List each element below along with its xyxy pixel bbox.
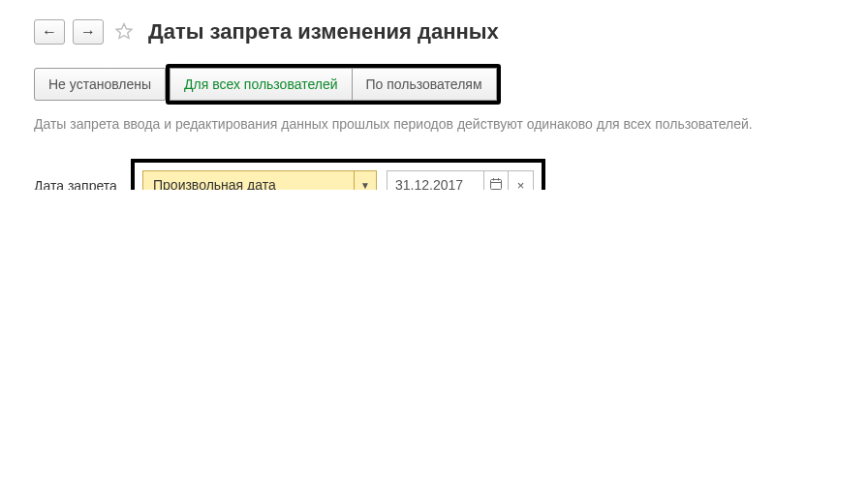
calendar-button[interactable]: [483, 170, 509, 190]
ban-date-input[interactable]: [387, 170, 483, 190]
tab-all-users[interactable]: Для всех пользователей: [170, 68, 352, 101]
date-ban-label: Дата запрета: [34, 178, 117, 190]
chevron-down-icon: ▼: [360, 180, 370, 191]
back-button[interactable]: ←: [34, 19, 65, 45]
close-icon: ×: [517, 178, 525, 191]
ban-mode-input[interactable]: [142, 170, 354, 190]
tabs-highlight-frame: Для всех пользователей По пользователям: [166, 64, 500, 105]
calendar-icon: [489, 177, 503, 191]
ban-mode-combo[interactable]: ▼: [142, 170, 377, 190]
tab-by-users[interactable]: По пользователям: [353, 68, 497, 101]
date-controls-highlight-frame: ▼ × Не установленаПроизвольная датаКонец…: [131, 159, 545, 190]
svg-rect-0: [491, 179, 502, 189]
description-text: Даты запрета ввода и редактирования данн…: [34, 116, 834, 132]
arrow-right-icon: →: [80, 23, 96, 41]
tab-not-set[interactable]: Не установлены: [34, 68, 166, 101]
ban-mode-dropdown-button[interactable]: ▼: [354, 170, 377, 190]
favorite-star-icon[interactable]: [113, 21, 135, 43]
clear-date-button[interactable]: ×: [509, 170, 534, 190]
page-title: Даты запрета изменения данных: [148, 19, 499, 45]
forward-button[interactable]: →: [73, 19, 104, 45]
arrow-left-icon: ←: [42, 23, 57, 41]
ban-date-group: ×: [387, 170, 534, 190]
